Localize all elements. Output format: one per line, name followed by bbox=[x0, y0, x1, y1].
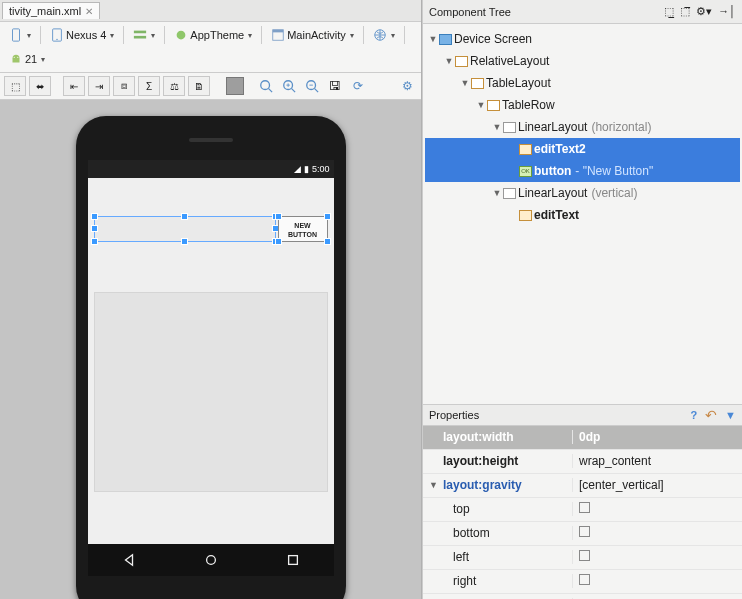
theme-picker[interactable]: AppTheme bbox=[169, 25, 257, 45]
app-body[interactable]: NEWBUTTON bbox=[88, 178, 334, 544]
prop-name: layout:height bbox=[443, 454, 518, 468]
expand-all-icon[interactable]: ⬚̲ bbox=[664, 5, 674, 18]
prop-value[interactable] bbox=[573, 526, 742, 540]
prop-name: bottom bbox=[453, 526, 490, 540]
tool-viewport[interactable] bbox=[226, 77, 244, 95]
prop-right[interactable]: right bbox=[423, 570, 742, 594]
node-label: RelativeLayout bbox=[470, 54, 549, 68]
component-tree[interactable]: ▼ Device Screen ▼ RelativeLayout ▼ Table… bbox=[423, 24, 742, 230]
selected-row[interactable]: NEWBUTTON bbox=[94, 216, 328, 246]
tree-node-relativelayout[interactable]: ▼ RelativeLayout bbox=[425, 50, 740, 72]
tab-activity-main[interactable]: tivity_main.xml ✕ bbox=[2, 2, 100, 19]
filter-icon[interactable]: ▼ bbox=[725, 409, 736, 421]
tree-node-tablelayout[interactable]: ▼ TableLayout bbox=[425, 72, 740, 94]
resize-handle[interactable] bbox=[275, 238, 282, 245]
node-hint: (vertical) bbox=[591, 186, 637, 200]
expander-icon[interactable]: ▼ bbox=[475, 100, 487, 110]
tool-align-right[interactable]: ⇥ bbox=[88, 76, 110, 96]
help-icon[interactable]: ? bbox=[690, 409, 697, 421]
minimize-icon[interactable]: →│ bbox=[718, 5, 736, 18]
zoom-in-icon[interactable] bbox=[279, 76, 299, 96]
svg-rect-21 bbox=[288, 556, 297, 565]
prop-value[interactable] bbox=[573, 574, 742, 588]
tree-node-linearlayout-v[interactable]: ▼ LinearLayout (vertical) bbox=[425, 182, 740, 204]
preview-button[interactable]: NEWBUTTON bbox=[278, 216, 328, 242]
expander-icon[interactable]: ▼ bbox=[491, 188, 503, 198]
prop-value[interactable] bbox=[573, 502, 742, 516]
checkbox[interactable] bbox=[579, 574, 590, 585]
svg-point-10 bbox=[17, 57, 18, 58]
checkbox[interactable] bbox=[579, 550, 590, 561]
resize-handle[interactable] bbox=[91, 213, 98, 220]
resize-handle[interactable] bbox=[91, 225, 98, 232]
expander-icon[interactable]: ▼ bbox=[429, 480, 439, 490]
prop-value[interactable] bbox=[573, 550, 742, 564]
expander-icon[interactable]: ▼ bbox=[443, 56, 455, 66]
undo-icon[interactable]: ↶ bbox=[705, 407, 717, 423]
prop-value[interactable]: 0dp bbox=[573, 430, 742, 444]
tool-doc[interactable]: 🗎 bbox=[188, 76, 210, 96]
close-icon[interactable]: ✕ bbox=[85, 6, 93, 17]
tool-sigma[interactable]: Σ bbox=[138, 76, 160, 96]
resize-handle[interactable] bbox=[275, 213, 282, 220]
orientation-picker[interactable] bbox=[4, 25, 36, 45]
tree-node-linearlayout-h[interactable]: ▼ LinearLayout (horizontal) bbox=[425, 116, 740, 138]
prop-bottom[interactable]: bottom bbox=[423, 522, 742, 546]
checkbox[interactable] bbox=[579, 502, 590, 513]
resize-handle[interactable] bbox=[181, 238, 188, 245]
activity-picker[interactable]: MainActivity bbox=[266, 25, 359, 45]
layout-variant-picker[interactable] bbox=[128, 25, 160, 45]
refresh-icon[interactable]: ⟳ bbox=[348, 76, 368, 96]
expander-icon[interactable]: ▼ bbox=[427, 34, 439, 44]
prop-layout-width[interactable]: layout:width 0dp bbox=[423, 426, 742, 450]
prop-value[interactable]: [center_vertical] bbox=[573, 478, 742, 492]
zoom-out-icon[interactable] bbox=[302, 76, 322, 96]
panel-title: Component Tree bbox=[429, 6, 511, 18]
tool-balance[interactable]: ⚖ bbox=[163, 76, 185, 96]
resize-handle[interactable] bbox=[324, 213, 331, 220]
gear-icon[interactable]: ⚙▾ bbox=[696, 5, 712, 18]
resize-handle[interactable] bbox=[181, 213, 188, 220]
signal-icon: ◢ bbox=[294, 164, 301, 174]
locale-picker[interactable] bbox=[368, 25, 400, 45]
device-screen: ◢ ▮ 5:00 bbox=[88, 160, 334, 576]
resize-handle[interactable] bbox=[324, 238, 331, 245]
tool-pan[interactable]: ⬌ bbox=[29, 76, 51, 96]
button-icon: OK bbox=[519, 166, 532, 177]
tool-dist-h[interactable]: ⧈ bbox=[113, 76, 135, 96]
prop-layout-gravity[interactable]: ▼layout:gravity [center_vertical] bbox=[423, 474, 742, 498]
selected-edittext[interactable] bbox=[94, 216, 276, 242]
checkbox[interactable] bbox=[579, 526, 590, 537]
prop-top[interactable]: top bbox=[423, 498, 742, 522]
prop-layout-height[interactable]: layout:height wrap_content bbox=[423, 450, 742, 474]
panel-title: Properties bbox=[429, 409, 479, 421]
tree-node-button[interactable]: OK button - "New Button" bbox=[425, 160, 740, 182]
statusbar: ◢ ▮ 5:00 bbox=[88, 160, 334, 178]
tree-node-device-screen[interactable]: ▼ Device Screen bbox=[425, 28, 740, 50]
screen-icon bbox=[439, 34, 452, 45]
node-hint: - "New Button" bbox=[575, 164, 653, 178]
tool-selection[interactable]: ⬚ bbox=[4, 76, 26, 96]
tool-save[interactable]: 🖫 bbox=[325, 76, 345, 96]
collapse-all-icon[interactable]: ⬚̅ bbox=[680, 5, 690, 18]
prop-left[interactable]: left bbox=[423, 546, 742, 570]
node-label: LinearLayout bbox=[518, 120, 587, 134]
preview-panel[interactable] bbox=[94, 292, 328, 492]
tree-node-tablerow[interactable]: ▼ TableRow bbox=[425, 94, 740, 116]
gear-icon[interactable]: ⚙ bbox=[397, 76, 417, 96]
tree-node-edittext2[interactable]: editText2 bbox=[425, 138, 740, 160]
properties-table[interactable]: layout:width 0dp layout:height wrap_cont… bbox=[423, 426, 742, 600]
resize-handle[interactable] bbox=[91, 238, 98, 245]
prop-center[interactable]: center vertical bbox=[423, 594, 742, 600]
device-picker[interactable]: Nexus 4 bbox=[45, 25, 119, 45]
api-picker[interactable]: 21 bbox=[4, 49, 50, 69]
expander-icon[interactable]: ▼ bbox=[491, 122, 503, 132]
design-canvas[interactable]: ◢ ▮ 5:00 bbox=[0, 100, 421, 599]
prop-value[interactable]: wrap_content bbox=[573, 454, 742, 468]
svg-rect-3 bbox=[134, 31, 146, 34]
expander-icon[interactable]: ▼ bbox=[459, 78, 471, 88]
tool-align-left[interactable]: ⇤ bbox=[63, 76, 85, 96]
svg-point-20 bbox=[206, 556, 215, 565]
tree-node-edittext[interactable]: editText bbox=[425, 204, 740, 226]
zoom-fit-icon[interactable] bbox=[256, 76, 276, 96]
